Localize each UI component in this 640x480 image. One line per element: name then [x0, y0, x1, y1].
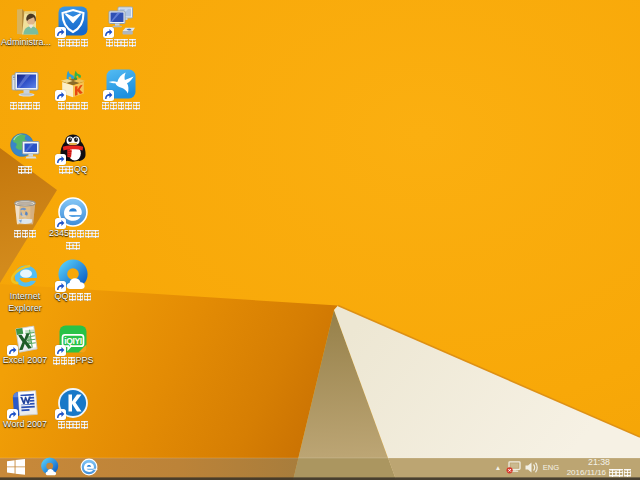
svg-text:iQIYI: iQIYI: [64, 336, 82, 346]
